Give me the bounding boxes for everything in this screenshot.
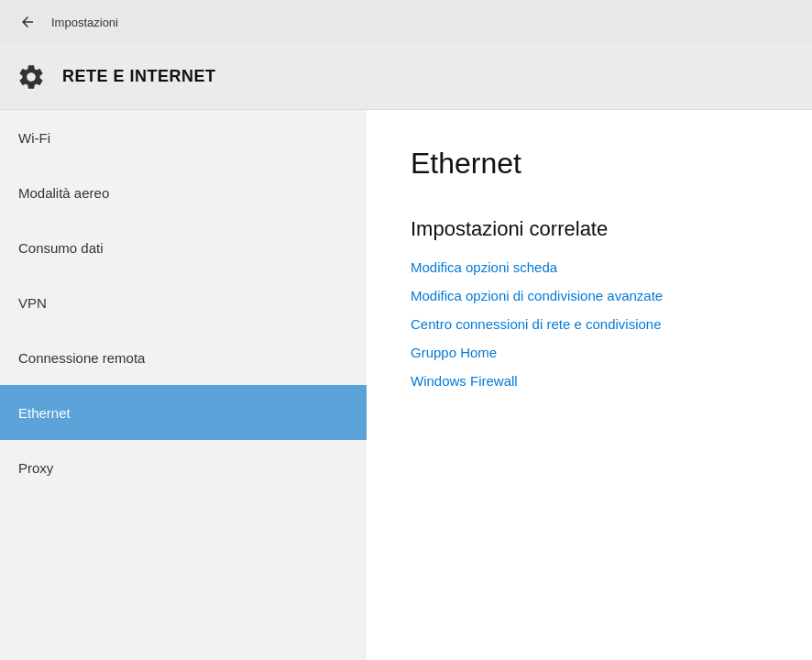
topbar-title: Impostazioni (51, 16, 118, 29)
link-windows-firewall[interactable]: Windows Firewall (411, 373, 768, 389)
link-gruppo-home[interactable]: Gruppo Home (411, 345, 768, 360)
sidebar-item-modalita-aereo[interactable]: Modalità aereo (0, 165, 367, 220)
content-title: Ethernet (411, 147, 768, 181)
sidebar-item-label: Proxy (18, 460, 53, 476)
sidebar-item-vpn[interactable]: VPN (0, 275, 367, 330)
sidebar: Wi-Fi Modalità aereo Consumo dati VPN Co… (0, 110, 367, 660)
link-centro-connessioni[interactable]: Centro connessioni di rete e condivision… (411, 316, 768, 332)
sidebar-item-label: Wi-Fi (18, 130, 50, 146)
sidebar-item-wifi[interactable]: Wi-Fi (0, 110, 367, 165)
sidebar-item-label: Modalità aereo (18, 185, 109, 201)
header-title: RETE E INTERNET (62, 67, 216, 86)
gear-icon (15, 60, 48, 94)
sidebar-item-consumo-dati[interactable]: Consumo dati (0, 220, 367, 275)
sidebar-item-label: Connessione remota (18, 350, 145, 366)
sidebar-item-label: VPN (18, 295, 47, 311)
link-modifica-opzioni-condivisione[interactable]: Modifica opzioni di condivisione avanzat… (411, 288, 768, 303)
related-links-list: Modifica opzioni scheda Modifica opzioni… (411, 259, 768, 389)
sidebar-item-label: Ethernet (18, 405, 71, 421)
main-layout: Wi-Fi Modalità aereo Consumo dati VPN Co… (0, 110, 812, 660)
header-bar: RETE E INTERNET (0, 44, 812, 110)
related-section-title: Impostazioni correlate (411, 217, 768, 241)
sidebar-item-label: Consumo dati (18, 240, 104, 256)
sidebar-item-connessione-remota[interactable]: Connessione remota (0, 330, 367, 385)
link-modifica-opzioni-scheda[interactable]: Modifica opzioni scheda (411, 259, 768, 275)
top-bar: Impostazioni (0, 0, 812, 44)
content-area: Ethernet Impostazioni correlate Modifica… (367, 110, 812, 660)
sidebar-item-proxy[interactable]: Proxy (0, 440, 367, 495)
back-button[interactable] (15, 9, 40, 35)
sidebar-item-ethernet[interactable]: Ethernet (0, 385, 367, 440)
